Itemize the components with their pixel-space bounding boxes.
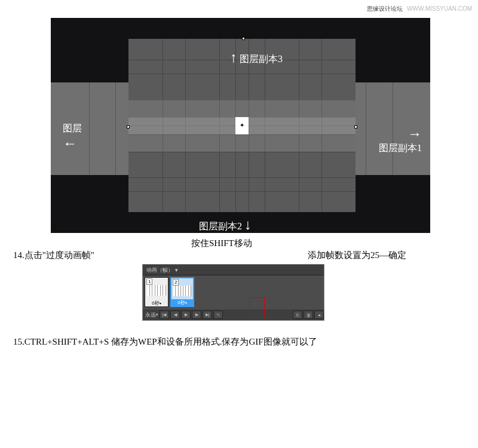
- caption-shift: 按住SHIFT移动: [191, 238, 252, 249]
- label-top: 图层副本3: [240, 54, 283, 64]
- step-14-right: 添加帧数设置为25—确定: [308, 250, 406, 261]
- label-bottom-group: 图层副本2 ↓: [199, 216, 252, 233]
- label-left-group: 图层 ←: [63, 122, 82, 152]
- delete-frame-button[interactable]: 🗑: [304, 311, 313, 319]
- first-frame-button[interactable]: |◀: [160, 311, 169, 319]
- label-right: 图层副本1: [379, 142, 422, 155]
- scroll-button[interactable]: ◄: [314, 311, 324, 319]
- prev-frame-button[interactable]: ◀: [170, 311, 180, 319]
- frame-2-num: 2: [173, 279, 179, 286]
- last-frame-button[interactable]: ▶|: [203, 311, 212, 319]
- label-left: 图层: [63, 122, 82, 135]
- step-14-left: 14.点击"过度动画帧": [13, 250, 94, 261]
- panel-header: 动画（帧） ▾: [143, 265, 324, 275]
- frame-1[interactable]: 1 0秒▾: [145, 277, 168, 307]
- frame-1-time: 0秒: [152, 300, 159, 306]
- label-right-group: → 图层副本1: [379, 125, 422, 155]
- arrow-left-icon: ←: [63, 135, 82, 152]
- panel-title: 动画（帧）: [146, 267, 173, 273]
- next-frame-button[interactable]: ▶: [192, 311, 201, 319]
- step-15: 15.CTRL+SHIFT+ALT+S 储存为WEP和设备所用格式.保存为GIF…: [13, 336, 317, 348]
- frame-2[interactable]: 2 0秒▾: [170, 277, 194, 307]
- label-bottom: 图层副本2: [199, 221, 242, 231]
- frame-2-time: 0秒: [177, 300, 185, 305]
- watermark-cn: 思缘设计论坛: [367, 5, 403, 12]
- animation-panel: 动画（帧） ▾ 1 0秒▾ 2 0秒▾ 永远▾ |◀ ◀ ▶ ▶ ▶| ∿ ⎘ …: [142, 264, 324, 321]
- arrow-up-icon: ↑ 图层副本3: [230, 49, 283, 66]
- frame-1-num: 1: [146, 278, 152, 285]
- loop-label[interactable]: 永远: [145, 311, 156, 319]
- layer-diagram: ✦ ↑ 图层副本3 图层 ← → 图层副本1 图层副本2 ↓: [51, 18, 430, 233]
- play-button[interactable]: ▶: [181, 311, 191, 319]
- watermark-url: WWW.MISSYUAN.COM: [407, 5, 472, 12]
- arrow-down-icon: ↓: [244, 216, 252, 232]
- watermark: 思缘设计论坛 WWW.MISSYUAN.COM: [367, 5, 472, 13]
- new-frame-button[interactable]: ⎘: [293, 311, 302, 319]
- red-highlight: [249, 297, 265, 318]
- tween-button[interactable]: ∿: [213, 311, 223, 319]
- arrow-right-icon: →: [379, 125, 422, 142]
